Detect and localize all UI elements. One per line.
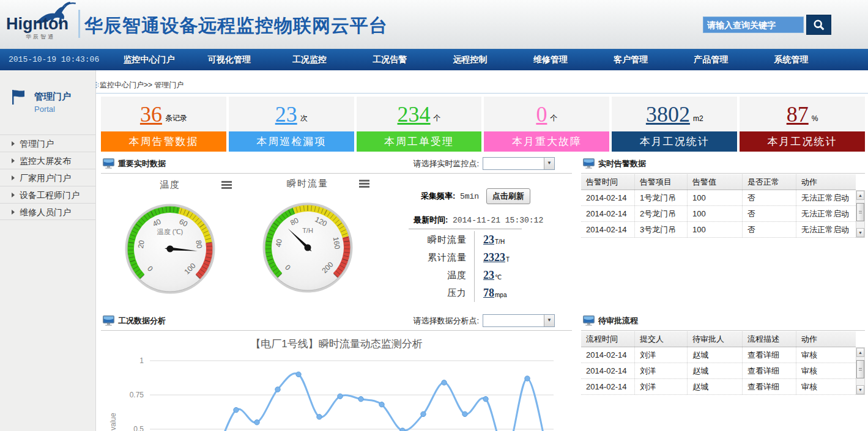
column-header: 告警值 (688, 174, 743, 190)
sidebar-item-4[interactable]: 维修人员门户 (0, 203, 95, 220)
reading-unit: T (506, 256, 510, 263)
action-cell[interactable]: 无法正常启动 (796, 222, 856, 237)
table-row: 2014-02-14刘洋赵城查看详细审核 (581, 347, 856, 363)
stat-value-link[interactable]: 23 (275, 103, 297, 125)
stat-unit: 条记录 (165, 113, 187, 123)
breadcrumb[interactable]: 监控中心门户>> 管理门户 (100, 80, 184, 90)
table-cell: 2014-02-14 (581, 206, 635, 221)
nav-item-8[interactable]: 系统管理 (751, 49, 831, 70)
table-row: 2014-02-141号龙门吊100否无法正常启动 (581, 190, 856, 206)
scroll-thumb[interactable] (856, 203, 864, 221)
sidebar-item-2[interactable]: 厂家用户门户 (0, 169, 95, 186)
nav-item-4[interactable]: 远程控制 (430, 49, 510, 70)
reading-separator (474, 267, 475, 284)
reading-value-link[interactable]: 23 (483, 234, 494, 246)
stat-value-link[interactable]: 87 (787, 103, 809, 125)
scrollbar[interactable]: ▲▼ (856, 347, 865, 395)
chart-menu-icon[interactable] (221, 181, 232, 190)
scroll-up-icon[interactable]: ▲ (856, 191, 864, 200)
scroll-thumb[interactable] (856, 360, 864, 378)
sidebar-menu: 管理门户监控大屏发布厂家用户门户设备工程师门户维修人员门户 (0, 134, 95, 220)
table-cell: 2014-02-14 (581, 379, 635, 394)
reading-value-link[interactable]: 2323 (483, 251, 505, 264)
table-header-row: 告警时间告警项目告警值是否正常动作 (581, 174, 856, 190)
table-header-row: 流程时间提交人待审批人流程描述动作 (581, 331, 856, 347)
nav-item-0[interactable]: 监控中心门户 (109, 49, 189, 70)
stat-value-link[interactable]: 0 (536, 103, 547, 125)
table-body: 告警时间告警项目告警值是否正常动作2014-02-141号龙门吊100否无法正常… (581, 174, 856, 238)
scroll-down-icon[interactable]: ▼ (856, 385, 864, 394)
table-cell: 赵城 (688, 379, 743, 394)
search-input[interactable] (703, 17, 804, 33)
stat-value-link[interactable]: 36 (140, 103, 162, 125)
stat-value-link[interactable]: 3802 (646, 103, 690, 125)
sidebar-item-label: 管理门户 (20, 139, 54, 149)
section-title: 工况数据分析 (118, 314, 166, 328)
reading-value-link[interactable]: 78 (483, 287, 494, 300)
page-title: 华辰智通设备远程监控物联网云平台 (84, 13, 388, 39)
section-realtime-data: 重要实时数据 请选择实时监控点: ▼ (101, 157, 572, 174)
sidebar-item-1[interactable]: 监控大屏发布 (0, 152, 95, 169)
stat-unit: 次 (300, 113, 308, 123)
scroll-down-icon[interactable]: ▼ (856, 228, 864, 237)
column-header: 流程描述 (743, 331, 796, 347)
table-cell: 2号龙门吊 (635, 206, 688, 221)
reading-label: 累计流量 (409, 252, 467, 263)
stat-label-bar: 本周工单受理 (357, 131, 482, 152)
data-point-marker (442, 380, 447, 385)
table-cell: 刘洋 (635, 379, 688, 394)
nav-item-6[interactable]: 客户管理 (590, 49, 670, 70)
data-point-marker (254, 420, 259, 425)
frequency-value: 5min (460, 192, 479, 201)
stat-card-3: 0个本月重大故障 (484, 97, 609, 152)
latest-time-value: 2014-11-21 15:30:12 (453, 216, 543, 225)
nav-menu: 监控中心门户可视化管理工况监控工况告警远程控制维修管理客户管理产品管理系统管理 (109, 49, 831, 70)
gauge-title: 瞬时流量 (262, 178, 354, 190)
action-cell[interactable]: 审核 (796, 363, 856, 378)
sidebar-item-3[interactable]: 设备工程师门户 (0, 186, 95, 203)
gauge-dial: 04080120160200T/H (262, 202, 354, 293)
reading-value-link[interactable]: 23 (483, 269, 494, 282)
monitor-point-select[interactable]: ▼ (483, 157, 555, 170)
list-arrow-icon (12, 193, 15, 197)
nav-item-5[interactable]: 维修管理 (510, 49, 590, 70)
stats-row: 36条记录本周告警数据23次本周巡检漏项234个本周工单受理0个本月重大故障38… (101, 97, 865, 152)
sidebar-item-0[interactable]: 管理门户 (0, 134, 95, 152)
gauge-unit-label: 温度 (℃) (157, 228, 184, 235)
reading-row-0: 瞬时流量23T/H (409, 231, 531, 249)
stat-value-link[interactable]: 234 (398, 103, 431, 125)
refresh-button[interactable]: 点击刷新 (486, 188, 530, 204)
action-cell[interactable]: 无法正常启动 (796, 190, 856, 205)
action-cell[interactable]: 审核 (796, 379, 856, 394)
action-cell[interactable]: 审核 (796, 347, 856, 363)
table-cell: 赵城 (688, 347, 743, 363)
brand-logo[interactable]: Hignton 华辰智通 (6, 1, 78, 46)
chart-title: 【电厂1号线】瞬时流量动态监测分析 (101, 337, 572, 351)
nav-item-2[interactable]: 工况监控 (269, 49, 349, 70)
page: Hignton 华辰智通 华辰智通设备远程监控物联网云平台 2015-10-19… (0, 0, 868, 431)
nav-item-3[interactable]: 工况告警 (350, 49, 430, 70)
list-arrow-icon (12, 210, 15, 215)
action-cell[interactable]: 无法正常启动 (796, 206, 856, 221)
section-title: 实时告警数据 (598, 157, 646, 171)
search-button[interactable] (806, 15, 831, 35)
column-header: 流程时间 (581, 331, 635, 347)
chart-menu-icon[interactable] (359, 180, 369, 189)
gauge-unit-label: T/H (302, 227, 313, 234)
main-navbar: 2015-10-19 10:43:06 监控中心门户可视化管理工况监控工况告警远… (0, 49, 868, 70)
monitor-icon (102, 315, 115, 326)
scrollbar[interactable]: ▲▼ (856, 190, 865, 238)
flow-line-chart: 10.750.5value (101, 350, 572, 431)
breadcrumb-divider (96, 93, 868, 94)
data-point-marker (525, 376, 530, 381)
portal-title: 管理门户 (34, 89, 71, 103)
analysis-point-select[interactable]: ▼ (483, 314, 555, 327)
nav-item-1[interactable]: 可视化管理 (189, 49, 269, 70)
scroll-up-icon[interactable]: ▲ (856, 348, 864, 357)
stat-label-bar: 本周告警数据 (101, 131, 226, 152)
table-cell: 2014-02-14 (581, 222, 635, 237)
section-analysis: 工况数据分析 请选择数据分析点: ▼ (101, 314, 572, 331)
readings-divider (409, 229, 522, 229)
nav-item-7[interactable]: 产品管理 (671, 49, 751, 70)
column-header: 告警项目 (635, 174, 688, 190)
